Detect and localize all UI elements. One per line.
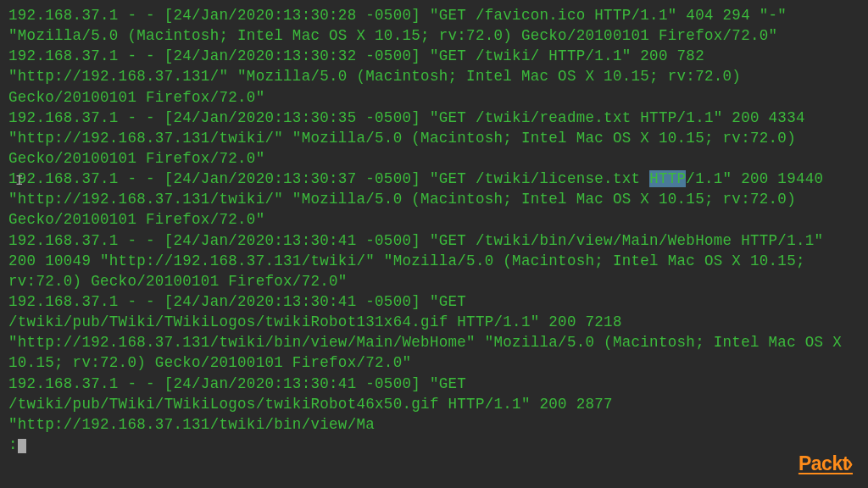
log-post-highlight: /1.1" 200 19440 "http://192.168.37.131/t… — [8, 170, 851, 433]
chevron-right-icon: › — [847, 452, 853, 474]
pager-prompt: : — [8, 436, 18, 453]
text-cursor-icon: I — [15, 172, 24, 191]
terminal-output[interactable]: 192.168.37.1 - - [24/Jan/2020:13:30:28 -… — [8, 5, 860, 455]
packt-logo-text: Packt — [798, 452, 849, 474]
log-pre-highlight: 192.168.37.1 - - [24/Jan/2020:13:30:28 -… — [8, 7, 815, 187]
search-highlight: HTTP — [649, 170, 686, 187]
cursor-icon — [18, 439, 26, 453]
packt-logo: Packt› — [798, 451, 853, 478]
